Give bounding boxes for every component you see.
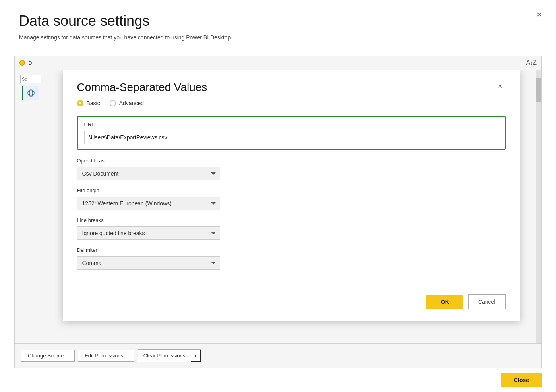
ok-button[interactable]: OK <box>426 295 463 309</box>
open-file-field: Open file as Csv Document <box>77 158 506 180</box>
inner-modal-body: Basic Advanced URL <box>63 100 520 288</box>
scrollbar-thumb[interactable] <box>536 78 541 102</box>
page-bottom-bar: Close <box>0 368 556 392</box>
close-button[interactable]: Close <box>501 373 542 387</box>
outer-main-area: Comma-Separated Values × Basic <box>46 70 536 343</box>
radio-basic-label[interactable]: Basic <box>77 100 100 106</box>
radio-group: Basic Advanced <box>77 100 506 106</box>
delimiter-label: Delimiter <box>77 247 506 253</box>
inner-modal-dialog: Comma-Separated Values × Basic <box>63 70 520 321</box>
sort-icon: A↕Z <box>526 59 537 66</box>
outer-left-panel <box>15 70 46 343</box>
outer-dialog-body: Comma-Separated Values × Basic <box>15 70 541 343</box>
open-file-label: Open file as <box>77 158 506 164</box>
page-close-button[interactable]: × <box>537 10 542 20</box>
radio-basic-input[interactable] <box>77 100 83 106</box>
page-background: Data source settings Manage settings for… <box>0 0 556 392</box>
page-title: Data source settings <box>19 13 537 29</box>
cancel-button[interactable]: Cancel <box>468 294 506 309</box>
clear-permissions-button[interactable]: Clear Permissions <box>138 350 191 362</box>
radio-advanced-text: Advanced <box>119 100 144 106</box>
file-origin-field: File origin 1252: Western European (Wind… <box>77 187 506 210</box>
change-source-button[interactable]: Change Source... <box>21 350 75 362</box>
line-breaks-label: Line breaks <box>77 217 506 223</box>
search-input[interactable] <box>20 75 41 83</box>
radio-yellow-indicator <box>19 60 25 66</box>
clear-permissions-dropdown-arrow[interactable]: ▾ <box>191 350 201 362</box>
open-file-select[interactable]: Csv Document <box>77 167 220 180</box>
file-origin-select[interactable]: 1252: Western European (Windows) <box>77 197 220 210</box>
inner-modal-title: Comma-Separated Values <box>77 81 207 94</box>
outer-dialog-topbar: D A↕Z <box>15 56 541 70</box>
datasource-icon[interactable] <box>22 86 39 100</box>
file-origin-label: File origin <box>77 187 506 193</box>
url-label: URL <box>84 122 498 127</box>
radio-advanced-input[interactable] <box>110 100 116 106</box>
inner-modal-footer: OK Cancel <box>63 288 520 321</box>
page-subtitle: Manage settings for data sources that yo… <box>19 34 537 41</box>
url-section: URL <box>77 116 506 150</box>
outer-dialog-title-text: D <box>28 60 32 66</box>
line-breaks-select[interactable]: Ignore quoted line breaks <box>77 226 220 240</box>
line-breaks-field: Line breaks Ignore quoted line breaks <box>77 217 506 240</box>
scrollbar-track <box>536 70 541 343</box>
radio-advanced-label[interactable]: Advanced <box>110 100 144 106</box>
outer-bottom-bar: Change Source... Edit Permissions... Cle… <box>15 343 541 368</box>
inner-modal-close-button[interactable]: × <box>495 81 506 91</box>
url-input[interactable] <box>84 131 498 144</box>
clear-permissions-split-button: Clear Permissions ▾ <box>138 349 201 362</box>
delimiter-select[interactable]: Comma <box>77 256 220 270</box>
outer-dialog: D A↕Z <box>14 56 542 368</box>
delimiter-field: Delimiter Comma <box>77 247 506 270</box>
radio-basic-text: Basic <box>87 100 100 106</box>
edit-permissions-button[interactable]: Edit Permissions... <box>78 350 134 362</box>
page-header: Data source settings Manage settings for… <box>0 0 556 47</box>
inner-modal-header: Comma-Separated Values × <box>63 70 520 100</box>
